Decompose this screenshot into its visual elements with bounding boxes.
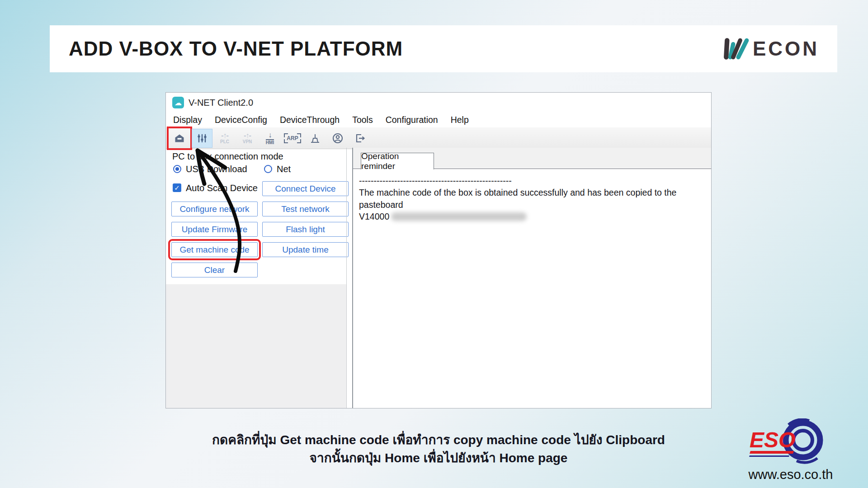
arp-icon: ARP: [284, 133, 301, 143]
broom-icon: [310, 133, 321, 144]
panel-divider: [346, 148, 347, 408]
usb-download-label: USB Download: [186, 164, 247, 174]
machine-code-prefix: V14000: [359, 211, 389, 221]
window-titlebar: ☁ V-NET Client2.0: [166, 93, 711, 113]
menu-display[interactable]: Display: [167, 115, 208, 125]
reminder-message: The machine code of the box is obtained …: [359, 187, 706, 211]
arp-scan-button[interactable]: ARP: [282, 129, 303, 148]
vpn-upload-icon: -↑-: [244, 132, 251, 139]
test-network-button[interactable]: Test network: [262, 202, 349, 216]
panel-divider-dark: [352, 148, 353, 408]
menu-configuration[interactable]: Configuration: [379, 115, 444, 125]
hmi-download-button[interactable]: ↓ HMI: [259, 129, 280, 148]
clean-button[interactable]: [305, 129, 326, 148]
caption-line-2: จากนั้นกดปุ่ม Home เพื่อไปยังหน้า Home p…: [136, 449, 741, 467]
window-title: V-NET Client2.0: [189, 98, 253, 108]
vnet-app-icon: ☁: [172, 97, 184, 108]
exit-button[interactable]: [350, 129, 371, 148]
usb-download-radio[interactable]: [173, 165, 181, 173]
operation-reminder-panel: ----------------------------------------…: [354, 169, 711, 408]
auto-scan-checkbox[interactable]: ✓: [173, 183, 181, 192]
hmi-download-icon: ↓: [269, 131, 272, 139]
hmi-label: HMI: [266, 141, 274, 145]
auto-scan-label: Auto Scan Device: [186, 183, 258, 193]
menu-help[interactable]: Help: [444, 115, 475, 125]
menu-devicethrough[interactable]: DeviceThrough: [274, 115, 346, 125]
connect-device-button[interactable]: Connect Device: [262, 181, 349, 196]
user-icon: [332, 132, 344, 144]
eso-logo-block: ESO www.eso.co.th: [744, 418, 837, 482]
wecon-logo-text: ECON: [753, 38, 819, 60]
page: ADD V-BOX TO V-NET PLATFORM ECON ESO ☁ V…: [0, 0, 868, 488]
caption: กดคลิกที่ปุ่ม Get machine code เพื่อทำกา…: [136, 431, 741, 467]
vpn-label: VPN: [243, 140, 252, 144]
menu-tools[interactable]: Tools: [346, 115, 379, 125]
wecon-logo: ECON: [723, 37, 819, 61]
plc-upload-button[interactable]: -↑- PLC: [214, 129, 235, 148]
net-label: Net: [277, 164, 291, 174]
eso-website: www.eso.co.th: [744, 467, 837, 482]
get-machine-code-button[interactable]: Get machine code: [171, 242, 258, 257]
vnet-client-window: ESO ☁ V-NET Client2.0 Display DeviceConf…: [165, 92, 712, 408]
toolbar: -↑- PLC -↑- VPN ↓ HMI ARP: [166, 127, 711, 149]
user-button[interactable]: [327, 129, 348, 148]
home-button[interactable]: [169, 129, 190, 148]
connection-mode-label: PC to box connection mode: [172, 151, 283, 162]
reminder-divider-line: ----------------------------------------…: [359, 175, 706, 187]
machine-code-redaction: [391, 212, 527, 221]
eso-logo-icon: ESO: [748, 418, 834, 465]
menu-bar: Display DeviceConfig DeviceThrough Tools…: [167, 113, 711, 127]
page-title: ADD V-BOX TO V-NET PLATFORM: [69, 38, 403, 60]
update-firmware-button[interactable]: Update Firmware: [171, 222, 258, 237]
eso-logo-text: ESO: [750, 428, 795, 452]
flash-light-button[interactable]: Flash light: [262, 222, 349, 237]
machine-code-line: V14000: [359, 211, 706, 222]
menu-deviceconfig[interactable]: DeviceConfig: [208, 115, 274, 125]
device-config-button[interactable]: [192, 129, 212, 148]
caption-line-1: กดคลิกที่ปุ่ม Get machine code เพื่อทำกา…: [136, 431, 741, 449]
update-time-button[interactable]: Update time: [262, 242, 349, 257]
device-list-area: [166, 284, 346, 408]
plc-label: PLC: [220, 140, 229, 144]
arp-icon-corners: [284, 133, 301, 143]
clear-button[interactable]: Clear: [171, 263, 258, 277]
home-icon: [174, 133, 185, 144]
plc-upload-icon: -↑-: [221, 132, 228, 139]
sliders-icon: [197, 133, 208, 144]
configure-network-button[interactable]: Configure network: [171, 202, 258, 216]
wecon-w-icon: [723, 37, 751, 61]
exit-icon: [354, 133, 366, 144]
tab-operation-reminder[interactable]: Operation reminder: [361, 153, 434, 169]
header-banner: ADD V-BOX TO V-NET PLATFORM ECON: [50, 25, 837, 72]
vpn-upload-button[interactable]: -↑- VPN: [237, 129, 258, 148]
net-radio[interactable]: [264, 165, 272, 173]
